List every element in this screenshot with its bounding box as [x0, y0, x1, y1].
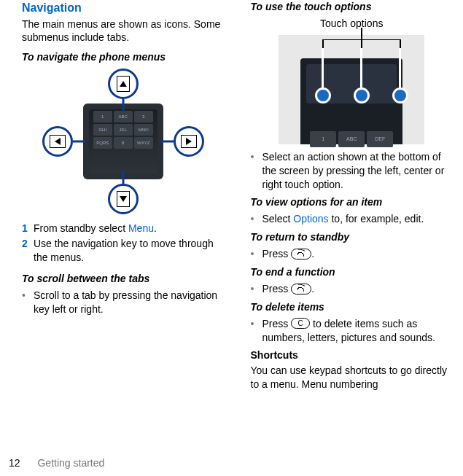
return-standby-heading: To return to standby: [251, 230, 454, 244]
scroll-tabs-heading: To scroll between the tabs: [22, 272, 225, 286]
text: Press: [262, 318, 292, 329]
nav-down-icon: [108, 184, 139, 214]
text: Select: [262, 213, 294, 225]
text: to, for example, edit.: [329, 213, 424, 225]
shortcuts-para: You can use keypad shortcuts to go direc…: [251, 364, 454, 391]
bullet-icon: •: [251, 247, 262, 261]
page-footer: 12 Getting started: [9, 456, 104, 470]
bullet-text: Press .: [262, 282, 315, 296]
text: Press: [262, 283, 292, 294]
bullet-text: Scroll to a tab by pressing the navigati…: [34, 289, 225, 316]
shortcuts-heading: Shortcuts: [251, 348, 454, 362]
step-number: 1: [22, 222, 34, 235]
navigation-para: The main menus are shown as icons. Some …: [22, 17, 225, 45]
touch-point-left-icon: [315, 87, 331, 104]
end-function-heading: To end a function: [251, 265, 454, 279]
delete-items-heading: To delete items: [251, 300, 454, 314]
end-key-icon: [291, 249, 311, 260]
navigation-key-diagram: 1ABC3 GHIJKLMNO PQRS8WXYZ: [42, 69, 204, 214]
options-link: Options: [293, 213, 328, 225]
bullet-icon: •: [251, 212, 262, 226]
bullet-icon: •: [251, 282, 262, 296]
text: .: [311, 283, 314, 294]
bullet-text: Press C to delete items such as numbers,…: [262, 317, 454, 345]
touch-options-label: Touch options: [251, 17, 454, 31]
page-number: 12: [9, 457, 20, 469]
section-name: Getting started: [37, 457, 104, 469]
bullet-text: Select an action shown at the bottom of …: [262, 150, 454, 192]
text: .: [311, 248, 314, 260]
nav-left-icon: [42, 126, 73, 157]
text: .: [154, 222, 157, 234]
nav-up-icon: [108, 69, 139, 99]
navigation-heading: Navigation: [22, 0, 225, 16]
bullet-icon: •: [22, 289, 34, 316]
end-key-icon: [291, 284, 311, 294]
menu-link: Menu: [128, 222, 154, 234]
phone-keypad-illustration: 1ABC3 GHIJKLMNO PQRS8WXYZ: [83, 104, 163, 179]
bullet-text: Select Options to, for example, edit.: [262, 212, 424, 226]
bullet-icon: •: [251, 150, 262, 192]
to-navigate-heading: To navigate the phone menus: [22, 50, 225, 64]
view-options-heading: To view options for an item: [251, 195, 454, 209]
touch-options-heading: To use the touch options: [251, 0, 454, 14]
text: From standby select: [34, 222, 128, 234]
touch-point-center-icon: [354, 87, 370, 104]
step-number: 2: [22, 237, 34, 265]
nav-right-icon: [174, 126, 204, 157]
text: Press: [262, 248, 292, 260]
step-text: From standby select Menu.: [34, 222, 157, 235]
touch-options-diagram: 1ABCDEF: [279, 35, 424, 144]
touch-point-right-icon: [392, 87, 408, 104]
step-text: Use the navigation key to move through t…: [34, 237, 225, 265]
bullet-text: Press .: [262, 247, 315, 261]
c-key-icon: C: [291, 318, 310, 329]
bullet-icon: •: [251, 317, 262, 345]
